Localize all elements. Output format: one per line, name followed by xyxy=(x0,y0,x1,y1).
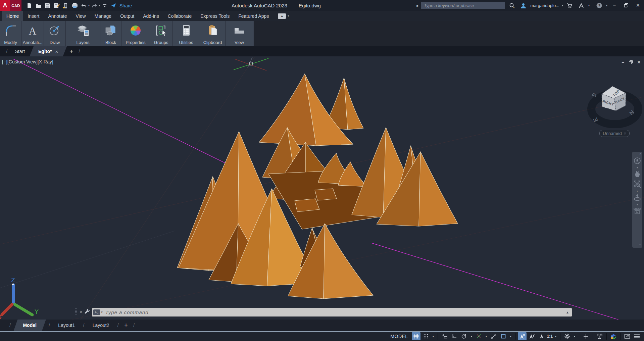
pyramid-face-entity[interactable] xyxy=(338,162,367,187)
polar-tracking-toggle[interactable] xyxy=(460,332,468,340)
viewport-close-button[interactable]: × xyxy=(637,59,641,66)
space-indicator[interactable]: MODEL xyxy=(390,334,408,339)
plot-button[interactable] xyxy=(70,1,79,10)
orbit-button[interactable] xyxy=(633,193,642,203)
window-close-button[interactable]: × xyxy=(633,1,643,10)
dynamic-input-toggle[interactable] xyxy=(440,332,449,340)
ucs-icon[interactable]: Z Y X xyxy=(0,276,44,320)
recent-commands-caret[interactable]: ▾ xyxy=(101,310,103,314)
redo-button[interactable] xyxy=(90,1,99,10)
window-restore-button[interactable] xyxy=(622,1,631,10)
file-tab-close-icon[interactable]: × xyxy=(55,49,58,54)
layout-tab-layout1[interactable]: Layout1 xyxy=(53,320,80,331)
ribbon-tab-insert[interactable]: Insert xyxy=(23,11,44,21)
new-drawing-tab-button[interactable]: + xyxy=(67,46,76,56)
help-button[interactable]: ? xyxy=(595,1,604,10)
navbar-close-icon[interactable]: × xyxy=(639,152,641,156)
search-input[interactable] xyxy=(423,3,503,8)
command-customize-button[interactable] xyxy=(84,309,90,316)
panel-annotation[interactable]: A Annotati... xyxy=(21,21,44,46)
ribbon-tab-manage[interactable]: Manage xyxy=(90,11,116,21)
pyramid-face-entity[interactable] xyxy=(352,128,386,217)
ribbon-tab-output[interactable]: Output xyxy=(116,11,139,21)
command-close-button[interactable]: × xyxy=(80,309,82,315)
viewport-restore-button[interactable] xyxy=(629,60,633,65)
panel-properties[interactable]: Properties xyxy=(121,21,150,46)
panel-clipboard[interactable]: Clipboard xyxy=(200,21,226,46)
command-history-toggle[interactable]: ▲ xyxy=(566,310,569,314)
isolate-objects-button[interactable] xyxy=(595,332,604,340)
app-store-button[interactable] xyxy=(565,1,575,10)
snap-settings-caret[interactable]: ▾ xyxy=(431,332,435,340)
signed-in-user[interactable]: margaridaplo... xyxy=(530,3,559,8)
viewport-controls-label[interactable]: [−][Custom View][X-Ray] xyxy=(2,59,53,64)
drawing-canvas[interactable] xyxy=(0,56,644,320)
ribbon-tab-collaborate[interactable]: Collaborate xyxy=(163,11,196,21)
ortho-mode-toggle[interactable] xyxy=(450,332,459,340)
navigation-wheel-button[interactable] xyxy=(633,156,642,166)
orbit-menu-caret[interactable]: ▾ xyxy=(637,203,638,206)
user-menu-caret[interactable]: ▾ xyxy=(562,4,563,7)
wheel-menu-caret[interactable]: ▾ xyxy=(637,166,638,169)
layout-tab-layout2[interactable]: Layout2 xyxy=(87,320,115,331)
panel-utilities[interactable]: Utilities xyxy=(172,21,200,46)
ribbon-tab-addins[interactable]: Add-ins xyxy=(139,11,163,21)
scale-list-caret[interactable]: ▾ xyxy=(554,332,558,340)
zoom-button[interactable] xyxy=(633,179,642,189)
customize-quick-access-button[interactable] xyxy=(100,1,109,10)
panel-block[interactable]: Block xyxy=(100,21,121,46)
user-avatar[interactable] xyxy=(519,1,528,10)
command-drag-handle[interactable] xyxy=(75,308,78,316)
snap-mode-toggle[interactable] xyxy=(422,332,430,340)
graphics-performance-button[interactable] xyxy=(609,332,618,340)
grid-display-toggle[interactable] xyxy=(412,332,420,340)
viewport-minimize-button[interactable]: − xyxy=(622,60,624,65)
panel-layers[interactable]: Layers xyxy=(66,21,100,46)
open-from-mobile-button[interactable] xyxy=(61,1,70,10)
pyramid-face-entity[interactable] xyxy=(295,199,319,212)
pyramid-face-entity[interactable] xyxy=(324,224,373,299)
search-expand-arrow[interactable]: ▶ xyxy=(416,4,419,7)
ribbon-tab-express-tools[interactable]: Express Tools xyxy=(196,11,234,21)
named-view-dropdown[interactable]: Unnamed ▽ xyxy=(599,130,630,137)
annotation-scale-button[interactable] xyxy=(537,332,546,340)
save-as-button[interactable] xyxy=(52,1,61,10)
osnap-settings-caret[interactable]: ▾ xyxy=(509,332,513,340)
search-button[interactable] xyxy=(507,1,516,10)
annotation-visibility-toggle[interactable] xyxy=(518,332,527,340)
autocad-logo[interactable]: A CAD xyxy=(0,0,21,11)
panel-draw[interactable]: Draw xyxy=(44,21,66,46)
command-input-bar[interactable]: >_ ▾ ▲ xyxy=(92,308,572,316)
zoom-menu-caret[interactable]: ▾ xyxy=(637,189,638,193)
annotation-monitor-button[interactable] xyxy=(582,332,590,340)
pyramid-face-entity[interactable] xyxy=(419,152,458,226)
ribbon-tab-annotate[interactable]: Annotate xyxy=(44,11,71,21)
autodesk-menu-caret[interactable]: ▾ xyxy=(588,4,590,7)
object-snap-tracking-toggle[interactable] xyxy=(489,332,498,340)
share-button[interactable] xyxy=(109,1,118,10)
window-minimize-button[interactable]: − xyxy=(610,1,619,10)
pan-button[interactable] xyxy=(633,169,642,179)
workspace-switching-button[interactable] xyxy=(563,332,572,340)
xline-entity[interactable] xyxy=(13,59,235,168)
layout-tab-model[interactable]: Model xyxy=(13,320,46,331)
panel-groups[interactable]: Groups xyxy=(150,21,172,46)
object-snap-toggle[interactable] xyxy=(499,332,508,340)
new-layout-button[interactable]: + xyxy=(121,320,131,331)
ribbon-minimize-caret[interactable]: ▾ xyxy=(288,15,289,17)
new-file-button[interactable] xyxy=(25,1,34,10)
share-label[interactable]: Share xyxy=(119,3,132,8)
autodesk-account-button[interactable] xyxy=(577,1,586,10)
ribbon-tab-home[interactable]: Home xyxy=(2,11,23,21)
model-space-viewport[interactable]: [−][Custom View][X-Ray] − × S E N TOP RI… xyxy=(0,56,644,320)
isometric-settings-caret[interactable]: ▾ xyxy=(484,332,488,340)
pyramid-face-entity[interactable] xyxy=(315,189,337,200)
isometric-drafting-toggle[interactable] xyxy=(475,332,483,340)
panel-view[interactable]: View xyxy=(226,21,253,46)
clean-screen-button[interactable] xyxy=(623,332,632,340)
undo-button[interactable] xyxy=(79,1,88,10)
ribbon-minimize-button[interactable]: ▲ xyxy=(278,13,286,19)
open-file-button[interactable] xyxy=(34,1,43,10)
file-tab-egito[interactable]: Egito* × xyxy=(30,46,67,56)
current-scale-label[interactable]: 1:1 xyxy=(547,334,553,339)
